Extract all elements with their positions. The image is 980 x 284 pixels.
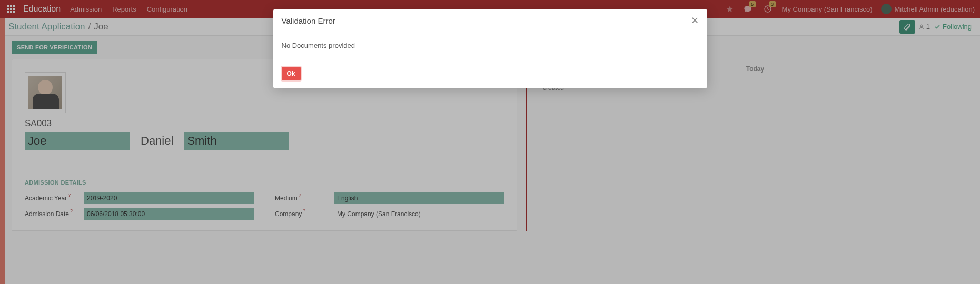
dialog-title: Validation Error (282, 16, 691, 25)
dialog-message: No Documents provided (273, 32, 707, 59)
validation-error-dialog: Validation Error ✕ No Documents provided… (273, 9, 707, 88)
close-icon[interactable]: ✕ (691, 16, 699, 25)
ok-button[interactable]: Ok (282, 67, 301, 80)
modal-overlay: Validation Error ✕ No Documents provided… (0, 0, 980, 284)
